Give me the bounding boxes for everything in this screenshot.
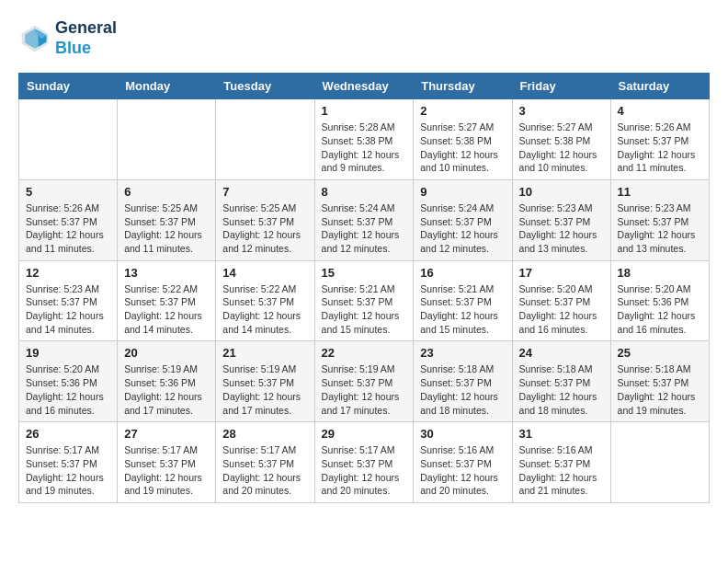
day-info: Sunrise: 5:26 AM Sunset: 5:37 PM Dayligh…: [26, 201, 110, 256]
day-number: 15: [322, 266, 407, 280]
day-info: Sunrise: 5:27 AM Sunset: 5:38 PM Dayligh…: [519, 121, 604, 175]
calendar-cell: 30Sunrise: 5:16 AM Sunset: 5:37 PM Dayli…: [414, 422, 512, 503]
calendar-cell: 15Sunrise: 5:21 AM Sunset: 5:37 PM Dayli…: [314, 260, 414, 341]
day-info: Sunrise: 5:16 AM Sunset: 5:37 PM Dayligh…: [519, 443, 604, 498]
calendar-week-row: 1Sunrise: 5:28 AM Sunset: 5:38 PM Daylig…: [19, 99, 710, 180]
day-info: Sunrise: 5:19 AM Sunset: 5:37 PM Dayligh…: [322, 362, 407, 417]
calendar-cell: 12Sunrise: 5:23 AM Sunset: 5:37 PM Dayli…: [19, 260, 118, 341]
calendar-cell: 13Sunrise: 5:22 AM Sunset: 5:37 PM Dayli…: [118, 260, 216, 341]
day-info: Sunrise: 5:25 AM Sunset: 5:37 PM Dayligh…: [124, 201, 209, 256]
day-info: Sunrise: 5:27 AM Sunset: 5:38 PM Dayligh…: [420, 121, 505, 175]
day-number: 17: [519, 266, 604, 280]
day-info: Sunrise: 5:20 AM Sunset: 5:36 PM Dayligh…: [26, 362, 110, 417]
day-info: Sunrise: 5:23 AM Sunset: 5:37 PM Dayligh…: [26, 282, 110, 337]
day-info: Sunrise: 5:20 AM Sunset: 5:37 PM Dayligh…: [519, 282, 604, 337]
logo-icon: [18, 22, 51, 55]
calendar-cell: 28Sunrise: 5:17 AM Sunset: 5:37 PM Dayli…: [216, 422, 314, 503]
calendar-cell: 31Sunrise: 5:16 AM Sunset: 5:37 PM Dayli…: [512, 422, 610, 503]
day-header-monday: Monday: [118, 74, 216, 99]
calendar-cell: [216, 99, 314, 180]
day-info: Sunrise: 5:19 AM Sunset: 5:37 PM Dayligh…: [222, 362, 307, 417]
day-number: 24: [519, 346, 604, 360]
calendar-cell: 29Sunrise: 5:17 AM Sunset: 5:37 PM Dayli…: [314, 422, 414, 503]
calendar-cell: 6Sunrise: 5:25 AM Sunset: 5:37 PM Daylig…: [118, 179, 216, 260]
day-header-tuesday: Tuesday: [216, 74, 314, 99]
day-info: Sunrise: 5:23 AM Sunset: 5:37 PM Dayligh…: [519, 201, 604, 256]
calendar-week-row: 26Sunrise: 5:17 AM Sunset: 5:37 PM Dayli…: [19, 422, 710, 503]
day-number: 5: [26, 185, 110, 199]
day-header-thursday: Thursday: [414, 74, 512, 99]
day-number: 19: [26, 346, 110, 360]
day-number: 1: [322, 104, 407, 118]
day-info: Sunrise: 5:23 AM Sunset: 5:37 PM Dayligh…: [618, 201, 702, 256]
calendar-cell: 3Sunrise: 5:27 AM Sunset: 5:38 PM Daylig…: [512, 99, 610, 180]
calendar-cell: [118, 99, 216, 180]
day-number: 2: [420, 104, 505, 118]
calendar-week-row: 12Sunrise: 5:23 AM Sunset: 5:37 PM Dayli…: [19, 260, 710, 341]
calendar-cell: 22Sunrise: 5:19 AM Sunset: 5:37 PM Dayli…: [314, 341, 414, 422]
day-number: 20: [124, 346, 209, 360]
day-number: 28: [222, 427, 307, 441]
day-info: Sunrise: 5:21 AM Sunset: 5:37 PM Dayligh…: [322, 282, 407, 337]
day-number: 30: [420, 427, 505, 441]
day-info: Sunrise: 5:18 AM Sunset: 5:37 PM Dayligh…: [420, 362, 505, 417]
calendar-cell: 7Sunrise: 5:25 AM Sunset: 5:37 PM Daylig…: [216, 179, 314, 260]
day-header-friday: Friday: [512, 74, 610, 99]
day-number: 21: [222, 346, 307, 360]
logo-text: General Blue: [55, 18, 117, 58]
day-number: 16: [420, 266, 505, 280]
calendar-cell: 19Sunrise: 5:20 AM Sunset: 5:36 PM Dayli…: [19, 341, 118, 422]
calendar-cell: 25Sunrise: 5:18 AM Sunset: 5:37 PM Dayli…: [610, 341, 709, 422]
calendar-week-row: 5Sunrise: 5:26 AM Sunset: 5:37 PM Daylig…: [19, 179, 710, 260]
day-info: Sunrise: 5:17 AM Sunset: 5:37 PM Dayligh…: [322, 443, 407, 498]
day-info: Sunrise: 5:28 AM Sunset: 5:38 PM Dayligh…: [322, 121, 407, 175]
day-number: 10: [519, 185, 604, 199]
day-number: 12: [26, 266, 110, 280]
calendar-cell: 20Sunrise: 5:19 AM Sunset: 5:36 PM Dayli…: [118, 341, 216, 422]
day-info: Sunrise: 5:26 AM Sunset: 5:37 PM Dayligh…: [618, 121, 702, 175]
day-number: 8: [322, 185, 407, 199]
day-info: Sunrise: 5:25 AM Sunset: 5:37 PM Dayligh…: [222, 201, 307, 256]
calendar-cell: [610, 422, 709, 503]
calendar-cell: 11Sunrise: 5:23 AM Sunset: 5:37 PM Dayli…: [610, 179, 709, 260]
calendar-cell: 26Sunrise: 5:17 AM Sunset: 5:37 PM Dayli…: [19, 422, 118, 503]
day-number: 18: [618, 266, 702, 280]
day-info: Sunrise: 5:20 AM Sunset: 5:36 PM Dayligh…: [618, 282, 702, 337]
day-number: 7: [222, 185, 307, 199]
calendar-cell: 1Sunrise: 5:28 AM Sunset: 5:38 PM Daylig…: [314, 99, 414, 180]
calendar-cell: 10Sunrise: 5:23 AM Sunset: 5:37 PM Dayli…: [512, 179, 610, 260]
calendar-cell: 4Sunrise: 5:26 AM Sunset: 5:37 PM Daylig…: [610, 99, 709, 180]
calendar-cell: 16Sunrise: 5:21 AM Sunset: 5:37 PM Dayli…: [414, 260, 512, 341]
day-number: 23: [420, 346, 505, 360]
day-info: Sunrise: 5:16 AM Sunset: 5:37 PM Dayligh…: [420, 443, 505, 498]
day-number: 26: [26, 427, 110, 441]
calendar-week-row: 19Sunrise: 5:20 AM Sunset: 5:36 PM Dayli…: [19, 341, 710, 422]
day-info: Sunrise: 5:24 AM Sunset: 5:37 PM Dayligh…: [420, 201, 505, 256]
day-header-sunday: Sunday: [19, 74, 118, 99]
day-info: Sunrise: 5:21 AM Sunset: 5:37 PM Dayligh…: [420, 282, 505, 337]
day-number: 31: [519, 427, 604, 441]
day-number: 6: [124, 185, 209, 199]
day-header-saturday: Saturday: [610, 74, 709, 99]
day-number: 29: [322, 427, 407, 441]
calendar-cell: 21Sunrise: 5:19 AM Sunset: 5:37 PM Dayli…: [216, 341, 314, 422]
day-number: 3: [519, 104, 604, 118]
calendar-cell: 8Sunrise: 5:24 AM Sunset: 5:37 PM Daylig…: [314, 179, 414, 260]
calendar-cell: 2Sunrise: 5:27 AM Sunset: 5:38 PM Daylig…: [414, 99, 512, 180]
day-number: 11: [618, 185, 702, 199]
day-number: 22: [322, 346, 407, 360]
calendar-cell: 27Sunrise: 5:17 AM Sunset: 5:37 PM Dayli…: [118, 422, 216, 503]
calendar-cell: 18Sunrise: 5:20 AM Sunset: 5:36 PM Dayli…: [610, 260, 709, 341]
calendar-cell: [19, 99, 118, 180]
calendar-cell: 17Sunrise: 5:20 AM Sunset: 5:37 PM Dayli…: [512, 260, 610, 341]
day-header-wednesday: Wednesday: [314, 74, 414, 99]
day-number: 27: [124, 427, 209, 441]
day-number: 4: [618, 104, 702, 118]
day-info: Sunrise: 5:17 AM Sunset: 5:37 PM Dayligh…: [222, 443, 307, 498]
day-info: Sunrise: 5:17 AM Sunset: 5:37 PM Dayligh…: [124, 443, 209, 498]
page-header: General Blue: [18, 18, 710, 58]
calendar-header-row: SundayMondayTuesdayWednesdayThursdayFrid…: [19, 74, 710, 99]
day-info: Sunrise: 5:18 AM Sunset: 5:37 PM Dayligh…: [519, 362, 604, 417]
day-number: 25: [618, 346, 702, 360]
calendar-cell: 23Sunrise: 5:18 AM Sunset: 5:37 PM Dayli…: [414, 341, 512, 422]
